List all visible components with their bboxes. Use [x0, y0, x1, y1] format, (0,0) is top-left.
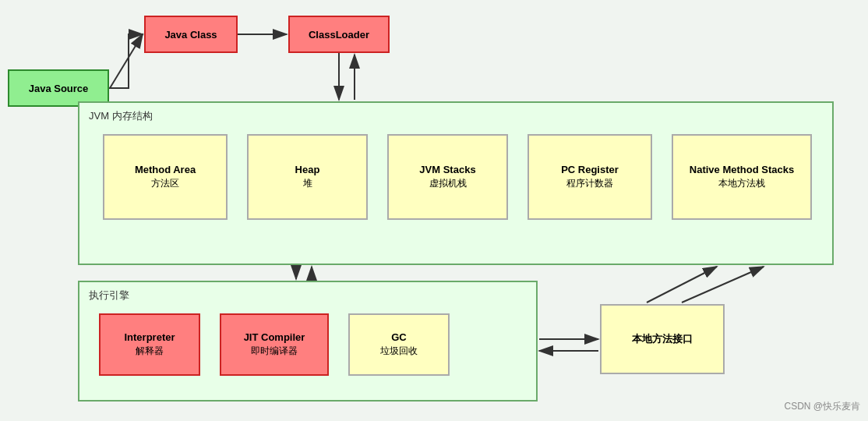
gc-sublabel: 垃圾回收 — [380, 345, 418, 358]
gc-label: GC — [391, 331, 407, 343]
heap-sublabel: 堆 — [303, 177, 312, 190]
native-method-stacks-box: Native Method Stacks 本地方法栈 — [672, 134, 812, 220]
heap-box: Heap 堆 — [247, 134, 368, 220]
native-interface-box: 本地方法接口 — [600, 304, 725, 374]
java-class-label: Java Class — [164, 29, 217, 41]
native-method-stacks-sublabel: 本地方法栈 — [718, 177, 765, 190]
jvm-stacks-sublabel: 虚拟机栈 — [429, 177, 467, 190]
svg-line-10 — [647, 267, 717, 302]
jvm-memory-container: JVM 内存结构 Method Area 方法区 Heap 堆 JVM Stac… — [78, 101, 834, 265]
svg-line-2 — [110, 34, 143, 88]
jvm-stacks-box: JVM Stacks 虚拟机栈 — [387, 134, 508, 220]
jit-compiler-box: JIT Compiler 即时编译器 — [220, 313, 329, 376]
classloader-box: ClassLoader — [288, 16, 390, 53]
interpreter-box: Interpreter 解释器 — [99, 313, 200, 376]
gc-box: GC 垃圾回收 — [348, 313, 450, 376]
diagram-container: Java Source Java Class ClassLoader JVM 内… — [0, 0, 868, 421]
java-class-box: Java Class — [144, 16, 238, 53]
classloader-label: ClassLoader — [309, 29, 369, 41]
watermark: CSDN @快乐麦肯 — [784, 400, 860, 413]
execution-engine-container: 执行引擎 Interpreter 解释器 JIT Compiler 即时编译器 … — [78, 281, 538, 402]
heap-label: Heap — [295, 164, 320, 175]
method-area-sublabel: 方法区 — [151, 177, 179, 190]
jvm-stacks-label: JVM Stacks — [419, 164, 475, 175]
jvm-memory-label: JVM 内存结构 — [89, 109, 153, 123]
interpreter-sublabel: 解释器 — [136, 345, 164, 358]
pc-register-box: PC Register 程序计数器 — [528, 134, 652, 220]
interpreter-label: Interpreter — [124, 331, 175, 343]
native-interface-label: 本地方法接口 — [632, 332, 693, 346]
svg-line-11 — [682, 267, 764, 302]
method-area-label: Method Area — [135, 164, 196, 175]
pc-register-sublabel: 程序计数器 — [566, 177, 613, 190]
pc-register-label: PC Register — [561, 164, 619, 175]
jit-compiler-label: JIT Compiler — [244, 331, 305, 343]
jit-compiler-sublabel: 即时编译器 — [251, 345, 298, 358]
method-area-box: Method Area 方法区 — [103, 134, 228, 220]
native-method-stacks-label: Native Method Stacks — [690, 164, 794, 175]
execution-engine-label: 执行引擎 — [89, 288, 129, 302]
java-source-label: Java Source — [29, 83, 89, 94]
